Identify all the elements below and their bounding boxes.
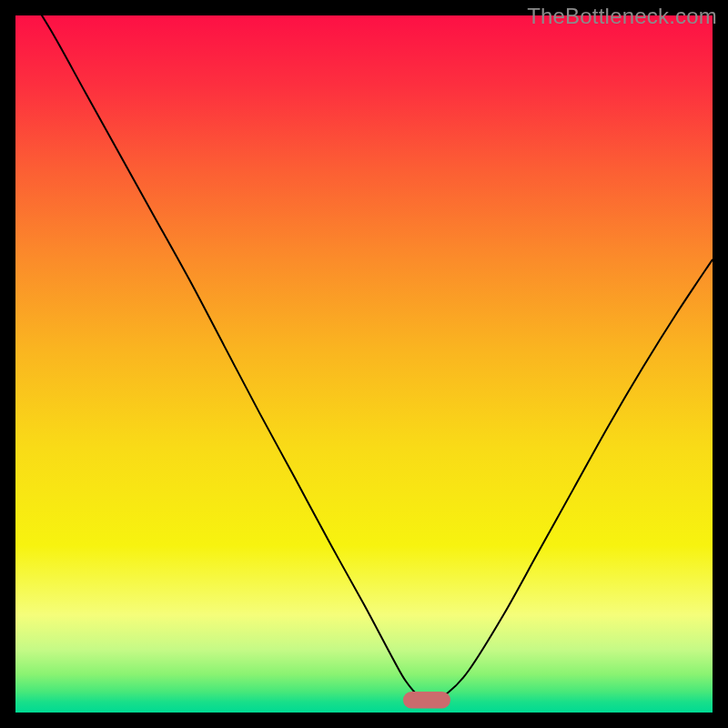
- chart-background: [15, 15, 713, 713]
- bottleneck-chart: [15, 15, 713, 713]
- watermark-text: TheBottleneck.com: [527, 4, 717, 29]
- chart-frame: [15, 15, 713, 713]
- optimal-point-marker: [403, 692, 450, 708]
